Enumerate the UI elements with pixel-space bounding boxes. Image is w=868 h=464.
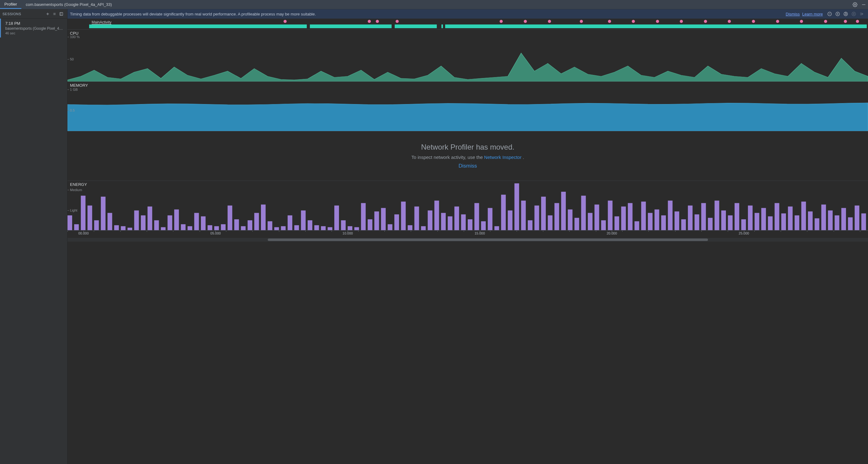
svg-rect-17 [67,215,72,230]
energy-chart [67,181,868,230]
top-tabbar: Profiler com.basementsports (Google Pixe… [0,0,868,9]
svg-rect-114 [714,201,719,230]
svg-rect-90 [554,203,559,230]
svg-rect-31 [161,227,165,230]
banner-learn-more-link[interactable]: Learn more [802,12,823,17]
svg-rect-39 [214,226,219,230]
sessions-panel: SESSIONS 7:18 PM basementsports (Google … [0,9,67,464]
svg-rect-99 [615,216,619,230]
svg-rect-45 [254,213,259,230]
event-dot-icon [800,20,803,23]
svg-rect-88 [541,197,546,230]
svg-rect-56 [328,227,332,230]
svg-rect-128 [808,211,813,230]
memory-lane[interactable]: MEMORY 1 GB0.5 [67,82,868,131]
svg-rect-20 [88,206,92,230]
network-moved-title: Network Profiler has moved. [421,143,514,151]
event-dot-icon [368,20,371,23]
svg-rect-95 [588,213,592,230]
svg-rect-50 [287,215,292,230]
banner-dismiss-link[interactable]: Dismiss [786,12,800,17]
svg-rect-78 [474,203,479,230]
svg-rect-27 [134,210,139,230]
cpu-chart [67,30,868,82]
svg-rect-23 [107,213,112,230]
svg-rect-127 [801,202,806,230]
network-sub-suffix: . [523,154,524,160]
stop-session-button [51,10,58,17]
svg-rect-21 [94,220,99,230]
svg-rect-102 [634,221,639,230]
svg-rect-73 [441,213,446,230]
event-dot-icon [500,20,503,23]
svg-rect-83 [508,210,512,230]
svg-rect-131 [828,210,833,230]
memory-title: MEMORY [70,83,88,88]
warning-banner: Timing data from debuggable processes wi… [67,9,868,19]
energy-title: ENERGY [70,182,87,187]
network-dismiss-link[interactable]: Dismiss [459,163,477,169]
zoom-out-button[interactable] [826,10,833,18]
session-time: 7:18 PM [5,21,64,26]
tab-profiler[interactable]: Profiler [0,0,21,9]
svg-rect-55 [321,226,326,230]
zoom-in-button[interactable] [834,10,841,18]
svg-rect-122 [768,216,773,230]
svg-rect-109 [681,219,686,230]
svg-rect-63 [374,211,379,230]
event-dot-icon [580,20,583,23]
sessions-header-label: SESSIONS [2,12,44,16]
gear-icon[interactable] [851,0,859,9]
svg-rect-82 [501,195,506,230]
svg-rect-100 [621,207,626,230]
svg-rect-105 [654,209,659,230]
event-dot-icon [824,20,827,23]
add-session-button[interactable] [44,10,51,17]
activity-label: MainActivity [92,20,112,25]
svg-rect-19 [81,196,86,230]
cpu-lane[interactable]: CPU 100 %50 [67,30,868,82]
svg-rect-103 [641,202,646,230]
event-dot-icon [752,20,755,23]
svg-rect-65 [388,224,392,230]
cpu-title: CPU [70,31,78,36]
warning-banner-message: Timing data from debuggable processes wi… [70,12,783,17]
activity-lane[interactable]: MainActivity [67,19,868,30]
tab-process[interactable]: com.basementsports (Google Pixel_4a_API_… [21,0,116,9]
svg-rect-135 [855,206,859,230]
svg-rect-54 [314,225,319,230]
svg-rect-5 [60,12,63,15]
svg-rect-125 [788,207,793,230]
svg-rect-101 [628,203,632,230]
svg-rect-41 [227,206,232,230]
svg-rect-49 [281,226,286,230]
svg-rect-134 [848,218,852,230]
network-inspector-link[interactable]: Network Inspector [484,154,522,160]
scrollbar-thumb[interactable] [268,238,708,241]
svg-rect-71 [428,210,432,230]
timeline-scrollbar[interactable] [67,238,868,241]
session-duration: 46 sec [5,31,64,35]
svg-point-0 [855,4,856,5]
svg-rect-118 [741,219,746,230]
network-sub-prefix: To inspect network activity, use the [411,154,484,160]
svg-rect-92 [568,209,572,230]
session-item[interactable]: 7:18 PM basementsports (Google Pixel_4a.… [0,19,67,37]
zoom-reset-button[interactable] [842,10,849,18]
event-dot-icon [680,20,683,23]
svg-rect-43 [241,226,246,230]
energy-lane[interactable]: ENERGY MediumLight [67,181,868,230]
network-moved-sub: To inspect network activity, use the Net… [411,154,524,160]
svg-rect-58 [341,220,346,230]
event-dot-icon [704,20,707,23]
svg-rect-37 [201,216,206,230]
svg-rect-28 [141,215,146,230]
svg-rect-80 [488,208,493,230]
collapse-sessions-button[interactable] [58,10,65,17]
svg-rect-116 [728,215,733,230]
svg-rect-42 [234,219,239,230]
svg-rect-76 [461,214,466,230]
minimize-icon[interactable] [859,0,868,9]
svg-rect-18 [74,224,79,230]
svg-rect-121 [761,208,766,230]
